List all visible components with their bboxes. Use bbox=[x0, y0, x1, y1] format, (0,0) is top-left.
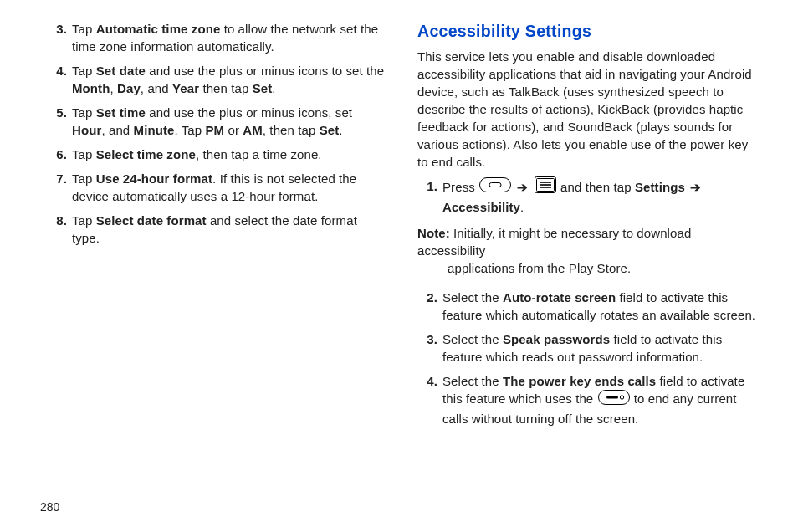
step-number: 1. bbox=[417, 177, 437, 195]
accessibility-heading: Accessibility Settings bbox=[417, 20, 758, 43]
step-text: Tap Use 24-hour format. If this is not s… bbox=[72, 171, 356, 203]
arrow-icon: ➔ bbox=[515, 180, 529, 194]
list-item: 8.Tap Select date format and select the … bbox=[47, 212, 387, 247]
step-1: 1. Press ➔ and then tap Settings ➔ Acces… bbox=[417, 177, 758, 216]
step-text: Tap Select time zone, then tap a time zo… bbox=[72, 147, 322, 161]
note-text: Initially, it might be necessary to down… bbox=[417, 226, 691, 258]
list-item: 2.Select the Auto-rotate screen field to… bbox=[417, 289, 758, 324]
step-number: 7. bbox=[47, 170, 67, 187]
step-text: Select the Auto-rotate screen field to a… bbox=[442, 290, 755, 322]
accessibility-steps: 1. Press ➔ and then tap Settings ➔ Acces… bbox=[417, 177, 758, 216]
list-item: 5.Tap Set time and use the plus or minus… bbox=[47, 104, 387, 139]
step-number: 5. bbox=[47, 104, 67, 121]
step-number: 6. bbox=[47, 146, 67, 163]
svg-rect-0 bbox=[480, 178, 511, 192]
power-key-icon bbox=[598, 390, 630, 409]
step-number: 3. bbox=[417, 330, 437, 348]
svg-rect-8 bbox=[606, 396, 618, 398]
step-text: Select the The power key ends calls fiel… bbox=[442, 374, 744, 426]
list-item: 6.Tap Select time zone, then tap a time … bbox=[47, 146, 387, 163]
list-item: 3.Tap Automatic time zone to allow the n… bbox=[47, 20, 387, 55]
step-number: 2. bbox=[417, 289, 437, 306]
menu-key-icon bbox=[535, 176, 556, 197]
page-number: 280 bbox=[40, 500, 59, 514]
note-text-cont: applications from the Play Store. bbox=[417, 259, 758, 277]
step-text: Press ➔ and then tap Settings ➔ Accessib… bbox=[442, 180, 703, 215]
step-text: Select the Speak passwords field to acti… bbox=[442, 332, 722, 364]
step-text: Tap Set date and use the plus or minus i… bbox=[72, 64, 384, 95]
right-column: Accessibility Settings This service lets… bbox=[417, 20, 758, 524]
step-text: Tap Automatic time zone to allow the net… bbox=[72, 22, 378, 54]
step-text: Tap Select date format and select the da… bbox=[72, 213, 357, 245]
step-number: 3. bbox=[47, 20, 67, 38]
arrow-icon: ➔ bbox=[688, 180, 703, 194]
step-number: 4. bbox=[417, 372, 437, 390]
list-item: 4.Tap Set date and use the plus or minus… bbox=[47, 62, 387, 97]
accessibility-intro: This service lets you enable and disable… bbox=[417, 48, 758, 171]
step-number: 4. bbox=[47, 62, 67, 79]
note-block: Note: Initially, it might be necessary t… bbox=[417, 224, 758, 277]
accessibility-steps-cont: 2.Select the Auto-rotate screen field to… bbox=[417, 289, 758, 366]
list-item: 7.Tap Use 24-hour format. If this is not… bbox=[47, 170, 387, 205]
step-4: 4. Select the The power key ends calls f… bbox=[417, 372, 758, 427]
list-item: 3.Select the Speak passwords field to ac… bbox=[417, 330, 758, 366]
left-column: 3.Tap Automatic time zone to allow the n… bbox=[40, 20, 387, 524]
home-key-icon bbox=[479, 177, 511, 197]
note-label: Note: bbox=[417, 226, 450, 240]
manual-page: 3.Tap Automatic time zone to allow the n… bbox=[0, 0, 798, 532]
accessibility-steps-last: 4. Select the The power key ends calls f… bbox=[417, 372, 758, 427]
date-time-steps: 3.Tap Automatic time zone to allow the n… bbox=[47, 20, 387, 247]
step-text: Tap Set time and use the plus or minus i… bbox=[72, 105, 352, 137]
step-number: 8. bbox=[47, 212, 67, 229]
